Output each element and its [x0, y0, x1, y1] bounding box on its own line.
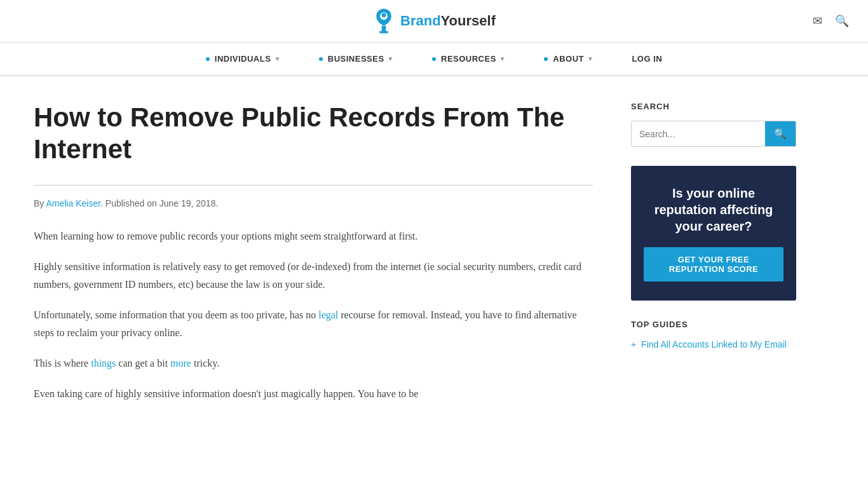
nav-label-businesses: BUSINESSES	[328, 54, 384, 64]
nav-link-about[interactable]: ABOUT ▼	[525, 43, 613, 75]
sidebar: SEARCH 🔍 Is your online reputation affec…	[631, 102, 796, 416]
nav-label-about: ABOUT	[553, 54, 584, 64]
article-body: When learning how to remove public recor…	[34, 227, 593, 403]
nav-link-login[interactable]: LOG IN	[613, 43, 681, 75]
nav-item-resources: RESOURCES ▼	[413, 43, 525, 75]
list-item: + Find All Accounts Linked to My Email	[631, 339, 796, 350]
top-guides-heading: TOP GUIDES	[631, 320, 796, 329]
author-link[interactable]: Amelia Keiser	[46, 198, 100, 208]
plus-icon: +	[631, 339, 636, 349]
article-meta: By Amelia Keiser. Published on June 19, …	[34, 198, 593, 208]
search-input[interactable]	[632, 121, 765, 146]
meta-prefix: By	[34, 198, 46, 208]
nav-label-login: LOG IN	[632, 54, 662, 64]
site-main: How to Remove Public Records From The In…	[21, 76, 847, 441]
article-paragraph-1: When learning how to remove public recor…	[34, 227, 593, 245]
nav-dot-icon	[206, 57, 210, 61]
sidebar-search-section: SEARCH 🔍	[631, 102, 796, 147]
search-box: 🔍	[631, 121, 796, 147]
sidebar-ad-section: Is your online reputation affecting your…	[631, 166, 796, 301]
guide-link-email[interactable]: + Find All Accounts Linked to My Email	[631, 339, 787, 349]
ad-banner: Is your online reputation affecting your…	[631, 166, 796, 301]
nav-items-list: INDIVIDUALS ▼ BUSINESSES ▼ RESOURCES ▼ A…	[187, 43, 681, 75]
chevron-down-icon: ▼	[499, 55, 506, 62]
nav-dot-icon	[432, 57, 436, 61]
legal-link[interactable]: legal	[318, 309, 338, 320]
meta-suffix: . Published on June 19, 2018.	[100, 198, 218, 208]
nav-item-individuals: INDIVIDUALS ▼	[187, 43, 300, 75]
more-link[interactable]: more	[170, 358, 191, 369]
article-paragraph-3: Unfortunately, some information that you…	[34, 306, 593, 342]
article-content: How to Remove Public Records From The In…	[34, 102, 606, 416]
article-paragraph-5: Even taking care of highly sensitive inf…	[34, 385, 593, 403]
nav-label-individuals: INDIVIDUALS	[215, 54, 271, 64]
top-guides-list: + Find All Accounts Linked to My Email	[631, 339, 796, 350]
search-button[interactable]: 🔍	[765, 121, 796, 146]
site-header: BrandYourself ✉ 🔍	[0, 0, 868, 43]
nav-dot-icon	[319, 57, 323, 61]
main-nav: INDIVIDUALS ▼ BUSINESSES ▼ RESOURCES ▼ A…	[0, 43, 868, 76]
nav-link-resources[interactable]: RESOURCES ▼	[413, 43, 525, 75]
email-icon-button[interactable]: ✉	[813, 14, 822, 28]
ad-banner-title: Is your online reputation affecting your…	[644, 185, 783, 234]
header-icons: ✉ 🔍	[813, 14, 849, 28]
search-icon-button[interactable]: 🔍	[835, 14, 849, 28]
chevron-down-icon: ▼	[274, 55, 280, 62]
search-icon: 🔍	[835, 15, 849, 27]
svg-point-3	[382, 13, 386, 17]
article-paragraph-2: Highly sensitive information is relative…	[34, 258, 593, 294]
logo-text: BrandYourself	[400, 13, 496, 29]
nav-item-login: LOG IN	[613, 43, 681, 75]
nav-dot-icon	[544, 57, 548, 61]
article-paragraph-4: This is where things can get a bit more …	[34, 355, 593, 372]
article-title: How to Remove Public Records From The In…	[34, 102, 593, 166]
nav-label-resources: RESOURCES	[441, 54, 496, 64]
article-divider	[34, 185, 593, 186]
guide-label: Find All Accounts Linked to My Email	[641, 339, 787, 349]
chevron-down-icon: ▼	[587, 55, 593, 62]
sidebar-top-guides-section: TOP GUIDES + Find All Accounts Linked to…	[631, 320, 796, 350]
ad-banner-button[interactable]: GET YOUR FREE REPUTATION SCORE	[644, 247, 783, 281]
search-submit-icon: 🔍	[774, 128, 787, 139]
nav-link-businesses[interactable]: BUSINESSES ▼	[300, 43, 413, 75]
logo-link[interactable]: BrandYourself	[372, 8, 496, 34]
logo-icon	[372, 8, 395, 34]
chevron-down-icon: ▼	[388, 55, 394, 62]
nav-item-about: ABOUT ▼	[525, 43, 613, 75]
things-link[interactable]: things	[91, 358, 116, 369]
svg-rect-1	[379, 31, 388, 33]
nav-item-businesses: BUSINESSES ▼	[300, 43, 413, 75]
nav-link-individuals[interactable]: INDIVIDUALS ▼	[187, 43, 300, 75]
sidebar-search-heading: SEARCH	[631, 102, 796, 111]
email-icon: ✉	[813, 15, 822, 27]
